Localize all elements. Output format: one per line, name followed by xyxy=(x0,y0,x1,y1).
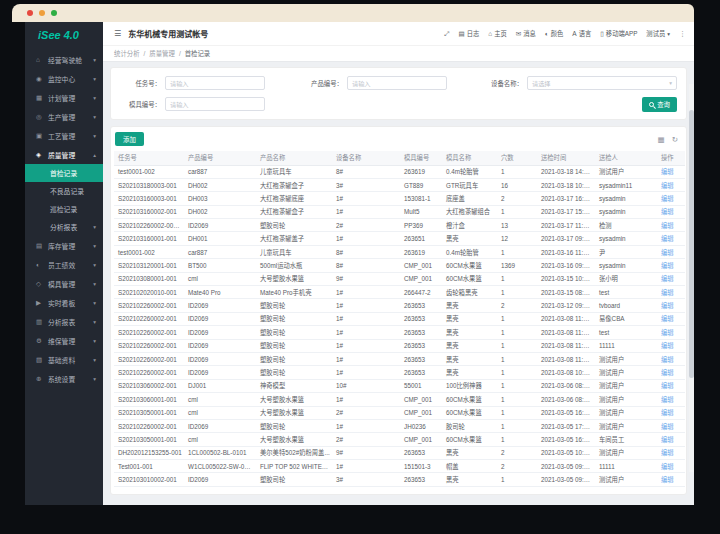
edit-link[interactable]: 编辑 xyxy=(661,182,674,189)
traffic-light-minimize[interactable] xyxy=(39,10,45,16)
sidebar-subitem-patrol-inspection-records[interactable]: 巡检记录 xyxy=(25,200,103,218)
edit-link[interactable]: 编辑 xyxy=(661,449,674,456)
edit-link[interactable]: 编辑 xyxy=(661,342,674,349)
sidebar-subitem-first-inspection-records[interactable]: 首检记录 xyxy=(25,164,103,182)
edit-link[interactable]: 编辑 xyxy=(661,329,674,336)
table-cell: 大号塑胶水果篮 xyxy=(256,393,332,406)
edit-link[interactable]: 编辑 xyxy=(661,436,674,443)
table-cell: tvboard xyxy=(595,299,657,312)
user-dropdown[interactable]: 测试员▾ xyxy=(646,29,670,38)
topbar-menu-language[interactable]: A语言 xyxy=(572,29,591,38)
table-cell: 263653 xyxy=(400,352,442,365)
table-cell-actions: 编辑 xyxy=(657,259,685,272)
table-cell: 胶司轮 xyxy=(442,419,497,432)
edit-link[interactable]: 编辑 xyxy=(661,382,674,389)
edit-link[interactable]: 编辑 xyxy=(661,463,674,470)
topbar-menu-messages[interactable]: ✉消息 xyxy=(516,29,536,38)
sidebar-item-maintenance-management[interactable]: ⚙维保管理▾ xyxy=(25,331,103,350)
mold-no-input[interactable]: 请输入 xyxy=(165,97,265,111)
table-cell: DH002 xyxy=(184,205,256,218)
dashboard-icon: ▶ xyxy=(36,299,44,307)
topbar-menu-color-theme[interactable]: ◐颜色 xyxy=(545,29,564,38)
edit-link[interactable]: 编辑 xyxy=(661,423,674,430)
hamburger-icon[interactable]: ☰ xyxy=(114,29,121,38)
traffic-light-zoom[interactable] xyxy=(51,10,57,16)
table-row: S202103010002-001ID2069塑胶司轮3#263653黑壳120… xyxy=(114,473,685,486)
refresh-icon[interactable]: ↻ xyxy=(672,135,678,144)
task-no-input[interactable]: 请输入 xyxy=(165,76,265,90)
vertical-scrollbar[interactable] xyxy=(689,84,694,472)
topbar-menu-mobile-app[interactable]: ▯移动端APP xyxy=(600,29,637,38)
edit-link[interactable]: 编辑 xyxy=(661,208,674,215)
edit-link[interactable]: 编辑 xyxy=(661,249,674,256)
staff-icon: ◐ xyxy=(36,261,44,268)
sidebar-item-business-cockpit[interactable]: ⌂经营驾驶舱▾ xyxy=(25,50,103,69)
edit-link[interactable]: 编辑 xyxy=(661,222,674,229)
edit-link[interactable]: 编辑 xyxy=(661,396,674,403)
chevron-down-icon: ▾ xyxy=(93,338,96,344)
edit-link[interactable]: 编辑 xyxy=(661,315,674,322)
edit-link[interactable]: 编辑 xyxy=(661,195,674,202)
device-name-select[interactable]: 请选择▾ xyxy=(527,76,677,90)
edit-link[interactable]: 编辑 xyxy=(661,356,674,363)
search-button[interactable]: 查询 xyxy=(642,97,677,112)
sidebar-subitem-defective-records[interactable]: 不良品记录 xyxy=(25,182,103,200)
table-cell: S202102260002-001 xyxy=(114,352,184,365)
edit-link[interactable]: 编辑 xyxy=(661,168,674,175)
scrollbar-thumb[interactable] xyxy=(689,110,694,378)
edit-link[interactable]: 编辑 xyxy=(661,289,674,296)
chevron-down-icon: ▾ xyxy=(93,57,96,63)
table-cell: test0001-002 xyxy=(114,165,184,178)
topbar-menu-fullscreen[interactable]: ⤢ xyxy=(444,30,449,38)
columns-icon[interactable]: ▦ xyxy=(658,135,665,144)
breadcrumb-separator: / xyxy=(179,50,181,57)
traffic-light-close[interactable] xyxy=(27,10,33,16)
sidebar-item-process-management[interactable]: ▣工艺管理▾ xyxy=(25,126,103,145)
topbar-menu-home[interactable]: ⌂主页 xyxy=(488,29,507,38)
edit-link[interactable]: 编辑 xyxy=(661,262,674,269)
sidebar-item-employee-performance[interactable]: ◐员工绩效▾ xyxy=(25,255,103,274)
kebab-menu-icon[interactable]: ⋮ xyxy=(679,30,686,38)
topbar-menu-logs[interactable]: ▤日志 xyxy=(458,29,479,38)
table-cell: 测试用户 xyxy=(595,446,657,459)
table-cell: 60CM水果篮 xyxy=(442,393,497,406)
table-cell: CMP_001 xyxy=(400,393,442,406)
column-header: 穴数 xyxy=(497,151,537,165)
edit-link[interactable]: 编辑 xyxy=(661,369,674,376)
sidebar-item-realtime-dashboard[interactable]: ▶实时看板▾ xyxy=(25,293,103,312)
sidebar-subitem-analysis-reports-sub[interactable]: 分析报表▾ xyxy=(25,218,103,236)
edit-link[interactable]: 编辑 xyxy=(661,476,674,483)
table-cell: 60CM水果篮 xyxy=(442,433,497,446)
sidebar-item-analysis-reports[interactable]: ▥分析报表▾ xyxy=(25,312,103,331)
sidebar-item-plan-management[interactable]: ▦计划管理▾ xyxy=(25,88,103,107)
breadcrumb-item[interactable]: 统计分析 xyxy=(114,49,140,58)
table-cell: Mate40 Pro xyxy=(184,286,256,299)
table-cell: S202102260002-001 xyxy=(114,366,184,379)
table-cell-actions: 编辑 xyxy=(657,299,685,312)
report-icon: ▥ xyxy=(36,318,44,326)
product-no-input[interactable]: 请输入 xyxy=(347,76,447,90)
sidebar-item-system-settings[interactable]: ⊕系统设置▾ xyxy=(25,369,103,388)
table-cell: DJ001 xyxy=(184,379,256,392)
sidebar-item-mold-management[interactable]: ◇模具管理▾ xyxy=(25,274,103,293)
sidebar-item-production-management[interactable]: ◎生产管理▾ xyxy=(25,107,103,126)
edit-link[interactable]: 编辑 xyxy=(661,302,674,309)
add-button[interactable]: 添加 xyxy=(115,132,144,146)
sidebar-item-basic-data[interactable]: ▧基础资料▾ xyxy=(25,350,103,369)
sidebar-item-inventory-management[interactable]: ▤库存管理▾ xyxy=(25,236,103,255)
sidebar-subitem-label: 不良品记录 xyxy=(50,186,84,196)
edit-link[interactable]: 编辑 xyxy=(661,409,674,416)
edit-link[interactable]: 编辑 xyxy=(661,275,674,282)
table-row: S202102260002-001ID2069塑胶司轮1#263653黑壳120… xyxy=(114,366,685,379)
table-row: S202102260002-001_CID2069塑胶司轮2#PP369橙汁盒1… xyxy=(114,219,685,232)
sidebar-item-quality-management[interactable]: ◈质量管理▴ xyxy=(25,145,103,164)
breadcrumb-item[interactable]: 质量管理 xyxy=(149,49,175,58)
table-cell: CMP_001 xyxy=(400,433,442,446)
filter-field-task-no: 任务号：请输入 xyxy=(113,76,265,90)
table-cell: 大红袍茶罐底座 xyxy=(256,192,332,205)
table-cell: 2 xyxy=(497,192,537,205)
table-cell: 1# xyxy=(332,192,400,205)
table-cell: 2021-03-06 08:48:13 xyxy=(537,393,595,406)
sidebar-item-monitoring-center[interactable]: ◉监控中心▾ xyxy=(25,69,103,88)
edit-link[interactable]: 编辑 xyxy=(661,235,674,242)
